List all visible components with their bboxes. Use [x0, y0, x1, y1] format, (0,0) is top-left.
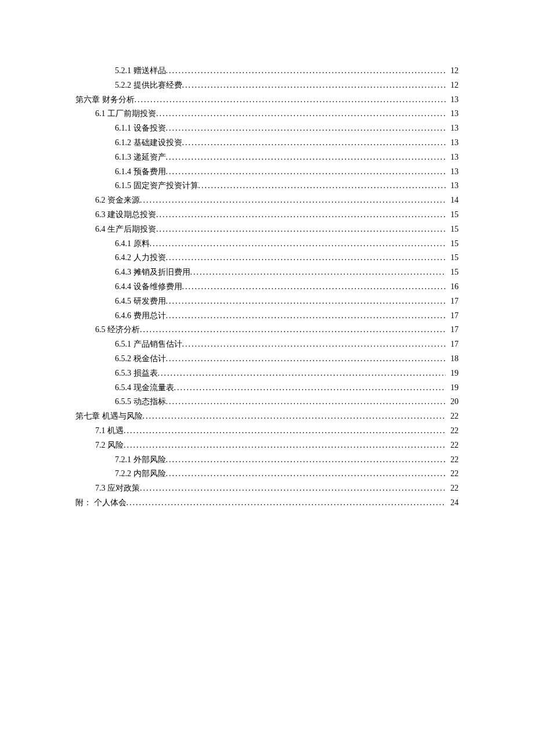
toc-entry: 6.1.1 设备投资13 — [115, 121, 459, 135]
toc-entry: 7.3 应对政策22 — [95, 481, 459, 495]
toc-entry-text: 6.5.4 现金流量表 — [115, 381, 174, 395]
toc-entry-page: 22 — [446, 424, 459, 438]
toc-leader-dots — [135, 93, 446, 107]
toc-entry-text: 5.2.2 提供比赛经费 — [115, 78, 182, 92]
toc-entry-text: 6.5.3 损益表 — [115, 366, 158, 380]
toc-entry-page: 17 — [446, 337, 459, 351]
toc-leader-dots — [166, 395, 446, 409]
toc-leader-dots — [166, 294, 446, 308]
toc-entry-page: 13 — [446, 93, 459, 107]
toc-entry: 6.5.5 动态指标20 — [115, 395, 459, 409]
toc-leader-dots — [190, 265, 446, 279]
toc-entry-text: 6.1.4 预备费用 — [115, 165, 166, 179]
toc-leader-dots — [156, 222, 446, 236]
toc-entry: 7.2 风险22 — [95, 438, 459, 452]
toc-entry-page: 13 — [446, 165, 459, 179]
toc-entry-page: 13 — [446, 150, 459, 164]
toc-leader-dots — [156, 107, 446, 121]
toc-entry-page: 22 — [446, 481, 459, 495]
toc-entry-page: 12 — [446, 78, 459, 92]
toc-entry: 6.5 经济分析17 — [95, 323, 459, 337]
toc-entry: 7.2.2 内部风险22 — [115, 467, 459, 481]
toc-entry-text: 6.1.1 设备投资 — [115, 121, 166, 135]
toc-entry-text: 6.4.3 摊销及折旧费用 — [115, 265, 190, 279]
toc-leader-dots — [174, 381, 446, 395]
toc-entry-page: 15 — [446, 265, 459, 279]
toc-entry-page: 15 — [446, 208, 459, 222]
toc-entry-text: 5.2.1 赠送样品 — [115, 64, 166, 78]
toc-leader-dots — [166, 121, 446, 135]
toc-leader-dots — [143, 409, 446, 423]
toc-entry-text: 7.2.1 外部风险 — [115, 453, 166, 467]
toc-entry: 附： 个人体会24 — [75, 496, 459, 510]
toc-entry: 5.2.1 赠送样品12 — [115, 64, 459, 78]
toc-entry: 6.4.2 人力投资15 — [115, 251, 459, 265]
toc-entry-text: 7.1 机遇 — [95, 424, 124, 438]
toc-entry: 6.5.1 产品销售估计17 — [115, 337, 459, 351]
toc-entry-page: 17 — [446, 323, 459, 337]
toc-entry-page: 17 — [446, 294, 459, 308]
toc-leader-dots — [140, 193, 446, 207]
toc-leader-dots — [124, 438, 446, 452]
toc-leader-dots — [158, 366, 446, 380]
toc-entry-text: 6.1 工厂前期投资 — [95, 107, 156, 121]
toc-entry-text: 6.3 建设期总投资 — [95, 208, 156, 222]
toc-entry-page: 22 — [446, 467, 459, 481]
toc-entry-text: 7.3 应对政策 — [95, 481, 140, 495]
toc-entry: 6.4.5 研发费用17 — [115, 294, 459, 308]
toc-entry: 6.1.5 固定资产投资计算13 — [115, 179, 459, 193]
toc-entry: 6.2 资金来源14 — [95, 193, 459, 207]
toc-leader-dots — [166, 251, 446, 265]
toc-entry-text: 7.2.2 内部风险 — [115, 467, 166, 481]
toc-entry: 6.5.3 损益表19 — [115, 366, 459, 380]
toc-entry: 6.1.4 预备费用13 — [115, 165, 459, 179]
toc-entry-page: 15 — [446, 237, 459, 251]
toc-entry: 6.4.4 设备维修费用16 — [115, 280, 459, 294]
toc-entry: 5.2.2 提供比赛经费12 — [115, 78, 459, 92]
toc-entry-page: 13 — [446, 121, 459, 135]
toc-entry: 6.3 建设期总投资15 — [95, 208, 459, 222]
toc-entry-page: 20 — [446, 395, 459, 409]
toc-leader-dots — [124, 424, 446, 438]
toc-leader-dots — [166, 165, 446, 179]
toc-entry-page: 17 — [446, 309, 459, 323]
toc-entry-page: 13 — [446, 179, 459, 193]
toc-entry-text: 附： 个人体会 — [75, 496, 127, 510]
toc-entry: 6.5.4 现金流量表19 — [115, 381, 459, 395]
toc-leader-dots — [182, 280, 446, 294]
toc-entry-text: 7.2 风险 — [95, 438, 124, 452]
toc-entry-page: 14 — [446, 193, 459, 207]
toc-entry-text: 6.5.5 动态指标 — [115, 395, 166, 409]
toc-entry-text: 6.1.5 固定资产投资计算 — [115, 179, 199, 193]
toc-leader-dots — [140, 481, 446, 495]
toc-entry-text: 第六章 财务分析 — [75, 93, 135, 107]
toc-entry-text: 6.4.6 费用总计 — [115, 309, 166, 323]
toc-entry-text: 6.5 经济分析 — [95, 323, 140, 337]
toc-entry-page: 22 — [446, 453, 459, 467]
toc-entry-page: 24 — [446, 496, 459, 510]
toc-leader-dots — [182, 78, 446, 92]
toc-leader-dots — [199, 179, 446, 193]
table-of-contents: 5.2.1 赠送样品125.2.2 提供比赛经费12第六章 财务分析136.1 … — [75, 64, 459, 510]
toc-entry: 第七章 机遇与风险22 — [75, 409, 459, 423]
toc-leader-dots — [166, 453, 446, 467]
toc-entry: 6.1.2 基础建设投资13 — [115, 136, 459, 150]
toc-entry-page: 16 — [446, 280, 459, 294]
toc-entry: 6.1 工厂前期投资13 — [95, 107, 459, 121]
toc-entry-page: 22 — [446, 438, 459, 452]
toc-entry-text: 6.4.4 设备维修费用 — [115, 280, 182, 294]
toc-entry: 6.1.3 递延资产13 — [115, 150, 459, 164]
toc-leader-dots — [150, 237, 446, 251]
toc-entry-text: 6.4.5 研发费用 — [115, 294, 166, 308]
toc-leader-dots — [166, 150, 446, 164]
toc-leader-dots — [182, 337, 446, 351]
toc-entry-page: 19 — [446, 366, 459, 380]
toc-entry: 6.5.2 税金估计18 — [115, 352, 459, 366]
toc-leader-dots — [156, 208, 446, 222]
toc-entry-text: 6.1.3 递延资产 — [115, 150, 166, 164]
toc-leader-dots — [166, 352, 446, 366]
toc-entry-page: 18 — [446, 352, 459, 366]
toc-entry: 6.4.3 摊销及折旧费用15 — [115, 265, 459, 279]
toc-entry-text: 6.5.1 产品销售估计 — [115, 337, 182, 351]
toc-leader-dots — [166, 64, 446, 78]
